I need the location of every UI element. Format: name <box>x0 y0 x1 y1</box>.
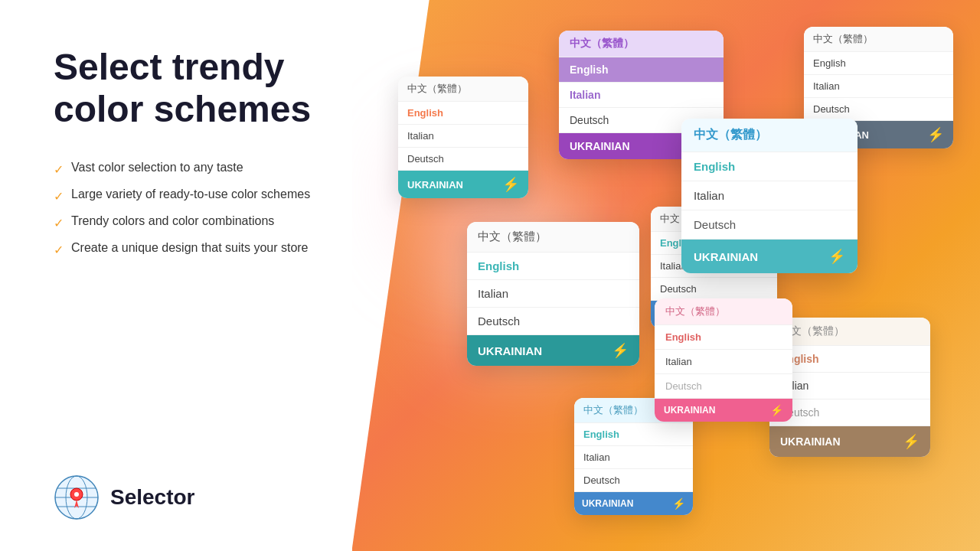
feature-item: ✓ Large variety of ready-to-use color sc… <box>54 187 314 204</box>
card-deutsch[interactable]: Deutsch <box>651 278 777 301</box>
card-large-teal[interactable]: 中文（繁體） English Italian Deutsch UKRAINIAN… <box>467 222 639 366</box>
card-teal[interactable]: 中文（繁體） English Italian Deutsch UKRAINIAN… <box>398 77 528 198</box>
right-panel: 中文（繁體） English Italian Deutsch UKRAINIAN… <box>352 0 980 551</box>
card-header: 中文（繁體） <box>559 31 724 57</box>
card-ukrainian[interactable]: UKRAINIAN ⚡ <box>769 426 930 457</box>
translate-icon: ⚡ <box>828 248 845 265</box>
check-icon: ✓ <box>54 243 64 257</box>
card-english[interactable]: English <box>655 325 792 350</box>
translate-icon: ⚡ <box>903 433 920 450</box>
card-ukrainian[interactable]: UKRAINIAN ⚡ <box>398 171 528 198</box>
card-italian[interactable]: Italian <box>398 125 528 148</box>
card-italian[interactable]: Italian <box>467 280 639 308</box>
check-icon: ✓ <box>54 162 64 177</box>
feature-item: ✓ Trendy colors and color combinations <box>54 214 314 230</box>
card-deutsch[interactable]: Deutsch <box>467 308 639 335</box>
card-pink[interactable]: 中文（繁體） English Italian Deutsch UKRAINIAN… <box>655 298 792 422</box>
card-italian[interactable]: Italian <box>559 83 724 108</box>
card-italian[interactable]: Italian <box>804 75 953 98</box>
card-english-blue[interactable]: English <box>681 152 858 181</box>
card-english[interactable]: English <box>398 102 528 125</box>
left-panel: Select trendy color schemes ✓ Vast color… <box>0 0 352 551</box>
card-ukrainian-selected[interactable]: UKRAINIAN ⚡ <box>681 240 858 273</box>
feature-item: ✓ Vast color selection to any taste <box>54 161 314 177</box>
card-english[interactable]: English <box>804 52 953 75</box>
svg-point-7 <box>74 492 79 497</box>
card-header: 中文（繁體） <box>467 222 639 253</box>
card-header: 中文（繁體） <box>769 318 930 346</box>
translate-icon: ⚡ <box>502 176 519 193</box>
brand-logo-icon <box>54 474 100 520</box>
translate-icon: ⚡ <box>672 497 685 510</box>
card-italian[interactable]: Italian <box>574 446 693 469</box>
card-deutsch[interactable]: Deutsch <box>804 98 953 121</box>
check-icon: ✓ <box>54 189 64 204</box>
card-italian[interactable]: Italian <box>681 181 858 210</box>
feature-item: ✓ Create a unique design that suits your… <box>54 241 314 257</box>
card-header: 中文（繁體） <box>655 298 792 325</box>
translate-icon: ⚡ <box>612 342 629 359</box>
card-ukrainian[interactable]: UKRAINIAN ⚡ <box>655 399 792 422</box>
card-gold[interactable]: 中文（繁體） English Italian Deutsch UKRAINIAN… <box>769 318 930 457</box>
card-header: 中文（繁體） <box>681 119 858 152</box>
card-dropdown-main[interactable]: 中文（繁體） English Italian Deutsch UKRAINIAN… <box>681 119 858 273</box>
card-english[interactable]: English <box>467 253 639 280</box>
card-header: 中文（繁體） <box>804 27 953 52</box>
card-ukrainian[interactable]: UKRAINIAN ⚡ <box>467 335 639 366</box>
card-deutsch[interactable]: Deutsch <box>655 374 792 399</box>
card-italian[interactable]: Italian <box>769 373 930 399</box>
card-deutsch[interactable]: Deutsch <box>398 148 528 171</box>
card-deutsch[interactable]: Deutsch <box>681 210 858 240</box>
card-english-selected[interactable]: English <box>559 57 724 83</box>
brand-name: Selector <box>110 485 195 510</box>
card-italian[interactable]: Italian <box>655 350 792 374</box>
card-header: 中文（繁體） <box>398 77 528 102</box>
card-english[interactable]: English <box>769 346 930 373</box>
card-english[interactable]: English <box>574 423 693 446</box>
features-list: ✓ Vast color selection to any taste ✓ La… <box>54 161 314 257</box>
translate-icon: ⚡ <box>927 126 944 143</box>
translate-icon: ⚡ <box>770 404 783 416</box>
check-icon: ✓ <box>54 216 64 230</box>
brand: Selector <box>54 474 314 520</box>
card-deutsch[interactable]: Deutsch <box>769 399 930 426</box>
card-deutsch[interactable]: Deutsch <box>574 469 693 492</box>
headline: Select trendy color schemes <box>54 46 314 130</box>
card-ukrainian[interactable]: UKRAINIAN ⚡ <box>574 492 693 515</box>
